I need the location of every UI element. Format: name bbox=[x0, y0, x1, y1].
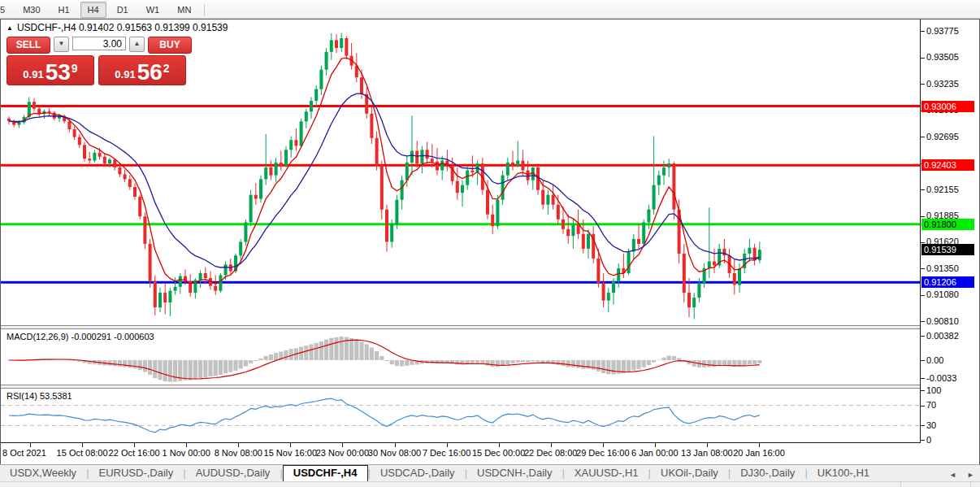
macd-histogram-bar bbox=[661, 358, 666, 360]
macd-histogram-bar bbox=[128, 360, 132, 367]
macd-histogram-bar bbox=[556, 360, 560, 365]
price-tick-label: 0.93235 bbox=[926, 79, 959, 89]
macd-histogram-bar bbox=[571, 360, 575, 367]
candle-body bbox=[697, 283, 700, 298]
timeframe-button-mn[interactable]: MN bbox=[170, 2, 198, 18]
chart-tab-audusd-daily[interactable]: AUDUSD-,Daily bbox=[186, 465, 280, 480]
macd-histogram-bar bbox=[258, 359, 262, 360]
candle-body bbox=[214, 286, 217, 291]
macd-tick-label: 0.00 bbox=[926, 355, 943, 365]
macd-histogram-bar bbox=[652, 360, 656, 363]
macd-tick-mark bbox=[921, 360, 925, 361]
volume-input[interactable] bbox=[72, 37, 126, 50]
timeframe-button-h4[interactable]: H4 bbox=[80, 2, 106, 18]
sell-price-box[interactable]: 0.91539 bbox=[7, 55, 94, 85]
buy-button[interactable]: BUY bbox=[148, 37, 192, 54]
candle-body bbox=[426, 150, 429, 159]
candle-body bbox=[456, 181, 459, 193]
timeframe-button-m30[interactable]: M30 bbox=[15, 2, 47, 18]
rsi-tick-label: 0 bbox=[926, 435, 931, 445]
chart-tab-xauusd-h1[interactable]: XAUUSD-,H1 bbox=[565, 465, 648, 480]
sell-button[interactable]: SELL bbox=[7, 37, 50, 54]
candle-body bbox=[269, 167, 272, 176]
date-tick-label: 29 Dec 16:00 bbox=[576, 448, 629, 458]
candle-body bbox=[541, 190, 544, 205]
macd-histogram-bar bbox=[148, 360, 152, 375]
timeframe-button-5[interactable]: 5 bbox=[0, 2, 12, 18]
chart-tab-uk100-h1[interactable]: UK100-,H1 bbox=[808, 465, 879, 480]
candle-body bbox=[17, 123, 20, 125]
date-tick-mark bbox=[499, 443, 500, 447]
macd-histogram-bar bbox=[118, 360, 122, 367]
macd-histogram-bar bbox=[576, 360, 580, 368]
macd-histogram-bar bbox=[636, 360, 640, 369]
candle-body bbox=[249, 195, 253, 223]
macd-histogram-bar bbox=[228, 360, 232, 372]
macd-histogram-bar bbox=[526, 360, 530, 362]
chart-tab-ukoil-daily[interactable]: UKOil-,Daily bbox=[651, 465, 728, 480]
macd-histogram-bar bbox=[158, 360, 162, 380]
candle-body bbox=[653, 185, 656, 210]
candle-body bbox=[683, 254, 686, 293]
macd-histogram-bar bbox=[757, 360, 761, 363]
candle-body bbox=[370, 114, 373, 138]
timeframe-button-w1[interactable]: W1 bbox=[139, 2, 167, 18]
candle-body bbox=[440, 161, 444, 171]
macd-histogram-bar bbox=[601, 360, 605, 373]
trade-panel-collapse-icon[interactable]: ▲ bbox=[7, 24, 13, 32]
macd-histogram-bar bbox=[340, 337, 344, 360]
candle-body bbox=[521, 161, 524, 171]
macd-label: MACD(12,26,9) -0.000291 -0.000603 bbox=[7, 332, 154, 341]
candle-body bbox=[647, 210, 650, 223]
chart-tab-usdchf-h4[interactable]: USDCHF-,H4 bbox=[283, 465, 368, 482]
toolbar-separator bbox=[204, 4, 205, 15]
price-axis[interactable]: 0.937750.935050.932350.929650.926950.924… bbox=[921, 20, 979, 463]
date-tick-mark bbox=[82, 443, 83, 447]
macd-histogram-bar bbox=[384, 360, 388, 361]
timeframe-button-h1[interactable]: H1 bbox=[51, 2, 77, 18]
macd-histogram-bar bbox=[143, 360, 147, 372]
timeframe-button-d1[interactable]: D1 bbox=[110, 2, 136, 18]
macd-histogram-bar bbox=[173, 360, 177, 382]
macd-histogram-bar bbox=[647, 360, 651, 365]
candle-body bbox=[133, 187, 137, 197]
rsi-tick-mark bbox=[921, 440, 925, 441]
candle-body bbox=[733, 273, 736, 285]
candle-body bbox=[108, 159, 111, 163]
date-tick-mark bbox=[551, 443, 552, 447]
candle-body bbox=[552, 195, 555, 205]
price-tick-label: 0.92155 bbox=[926, 185, 959, 194]
date-tick-mark bbox=[395, 443, 396, 447]
candle-body bbox=[758, 250, 761, 260]
price-tick-mark bbox=[921, 189, 925, 190]
chart-tab-usdx-weekly[interactable]: USDX,Weekly bbox=[0, 465, 86, 480]
macd-histogram-bar bbox=[460, 360, 464, 365]
chart-tab-usdcad-daily[interactable]: USDCAD-,Daily bbox=[371, 465, 465, 480]
date-tick-label: 20 Jan 16:00 bbox=[733, 448, 785, 458]
one-click-trading-panel: SELL ▼ ▲ BUY 0.91539 0.91562 bbox=[7, 37, 186, 85]
candle-body bbox=[713, 262, 716, 266]
macd-histogram-bar bbox=[657, 360, 661, 361]
chart-tab-usdcnh-daily[interactable]: USDCNH-,Daily bbox=[467, 465, 562, 480]
candle-body bbox=[93, 153, 96, 161]
rsi-pane[interactable] bbox=[1, 389, 920, 442]
volume-decrease-button[interactable]: ▼ bbox=[54, 37, 69, 52]
candle-body bbox=[138, 197, 141, 216]
macd-histogram-bar bbox=[395, 360, 399, 366]
candle-body bbox=[637, 239, 640, 244]
candle-body bbox=[657, 176, 661, 185]
candle-body bbox=[385, 210, 388, 242]
date-axis[interactable]: 8 Oct 202115 Oct 08:0022 Oct 16:001 Nov … bbox=[1, 443, 920, 463]
candle-body bbox=[158, 293, 162, 307]
candle-body bbox=[73, 129, 76, 137]
macd-histogram-bar bbox=[138, 360, 142, 370]
candle-body bbox=[506, 163, 510, 176]
macd-histogram-bar bbox=[249, 360, 253, 363]
volume-increase-button[interactable]: ▲ bbox=[129, 37, 145, 52]
candle-body bbox=[305, 111, 308, 121]
chart-tab-eurusd-daily[interactable]: EURUSD-,Daily bbox=[89, 465, 184, 480]
candle-body bbox=[314, 89, 318, 101]
chart-tab-dj30-daily[interactable]: DJ30-,Daily bbox=[731, 465, 804, 480]
buy-price-box[interactable]: 0.91562 bbox=[98, 55, 186, 85]
candle-body bbox=[275, 163, 278, 176]
